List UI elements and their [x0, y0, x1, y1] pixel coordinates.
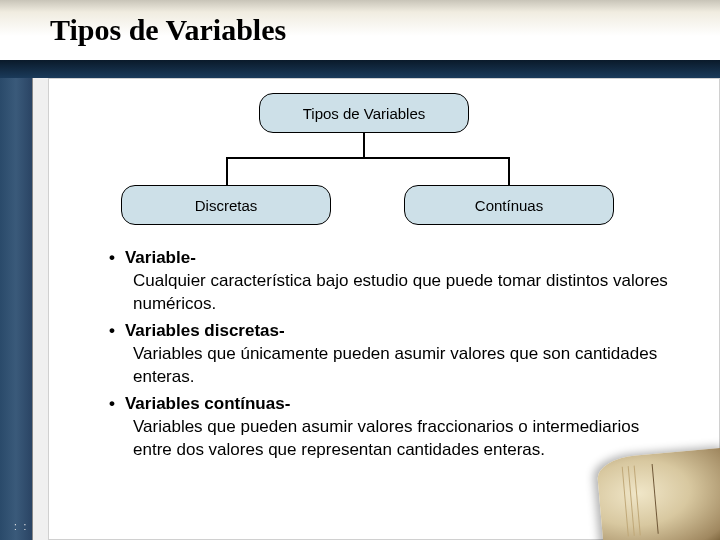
header-strip — [0, 60, 720, 78]
connector — [226, 157, 228, 185]
connector — [226, 157, 509, 159]
term: Variable- — [109, 247, 669, 270]
chart-node-root: Tipos de Variables — [259, 93, 469, 133]
chart-node-continuas: Contínuas — [404, 185, 614, 225]
left-decor-light — [32, 78, 48, 540]
list-item: Variables contínuas- Variables que puede… — [109, 393, 669, 462]
left-decor-dark — [0, 78, 32, 540]
connector — [363, 133, 365, 157]
page-title: Tipos de Variables — [50, 13, 286, 47]
hierarchy-chart: Tipos de Variables Discretas Contínuas — [49, 79, 719, 239]
list-item: Variables discretas- Variables que única… — [109, 320, 669, 389]
chart-node-discretas: Discretas — [121, 185, 331, 225]
connector — [508, 157, 510, 185]
book-decoration — [596, 448, 720, 540]
definition: Variables que pueden asumir valores frac… — [109, 416, 669, 462]
term: Variables contínuas- — [109, 393, 669, 416]
list-item: Variable- Cualquier característica bajo … — [109, 247, 669, 316]
definition: Cualquier característica bajo estudio qu… — [109, 270, 669, 316]
title-bar: Tipos de Variables — [0, 0, 720, 60]
term: Variables discretas- — [109, 320, 669, 343]
definition: Variables que únicamente pueden asumir v… — [109, 343, 669, 389]
content-area: Tipos de Variables Discretas Contínuas V… — [48, 78, 720, 540]
definitions-list: Variable- Cualquier característica bajo … — [49, 239, 719, 461]
decor-dots: : : — [14, 521, 28, 532]
